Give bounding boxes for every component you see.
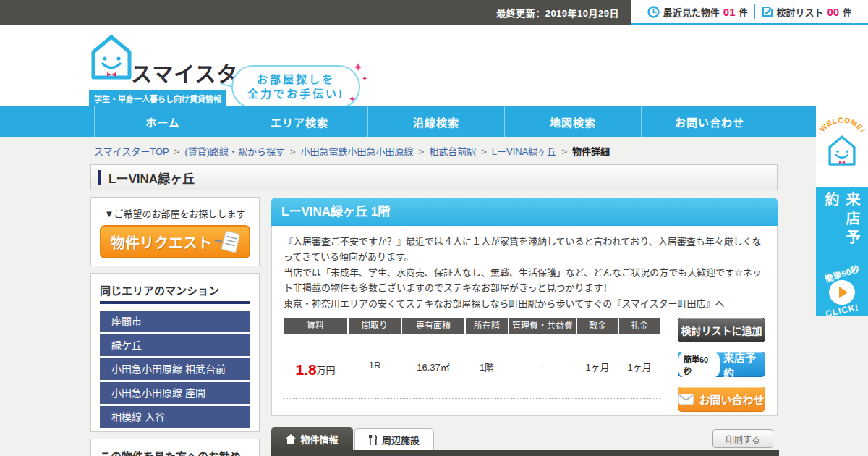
spec-value-fees: - bbox=[509, 360, 576, 377]
checklist-icon bbox=[762, 6, 773, 17]
nav-item-area-search[interactable]: エリア検索 bbox=[231, 106, 367, 137]
fork-knife-icon bbox=[369, 435, 378, 445]
banner-click-circle bbox=[829, 280, 855, 305]
sidebar-item-zama[interactable]: 小田急小田原線 座間 bbox=[100, 382, 250, 404]
property-request-button[interactable]: 物件リクエスト bbox=[100, 225, 250, 258]
description-paragraph: 当店では「未成年、学生、水商売、保証人なし、無職、生活保護」など、どんなご状況の… bbox=[284, 265, 765, 296]
nav-menu: ホーム エリア検索 沿線検索 地図検索 お問い合わせ bbox=[94, 106, 778, 137]
breadcrumb-current: 物件詳細 bbox=[572, 146, 610, 157]
title-accent-bar bbox=[98, 170, 101, 185]
spec-value-area: 16.37㎡ bbox=[402, 360, 464, 377]
breadcrumb-link-top[interactable]: スマイスターTOP bbox=[94, 146, 169, 157]
breadcrumb-separator: > bbox=[290, 146, 296, 157]
dotted-divider bbox=[284, 398, 660, 399]
recently-viewed-counter[interactable]: 最近見た物件 01 件 bbox=[647, 5, 748, 19]
property-detail-panel: LーVINA緑ヶ丘 1階 『入居審査ご不安ですか？』最近では４人に１人が家賃を滞… bbox=[271, 198, 778, 416]
store-visit-reserve-button[interactable]: 簡単60秒 来店予約 bbox=[678, 352, 765, 377]
description-paragraph: 東京・神奈川エリアの安くてステキなお部屋探しなら町田駅から歩いてすぐの『スマイス… bbox=[284, 296, 765, 311]
sidebar-item-sobudaimae[interactable]: 小田急小田原線 相武台前 bbox=[100, 358, 250, 380]
request-button-label: 物件リクエスト bbox=[111, 232, 212, 253]
recommend-title: この物件を見た方へのお勧め物件 bbox=[100, 447, 250, 456]
consider-list-label: 検討リスト bbox=[777, 5, 824, 19]
spec-header-keymoney: 礼金 bbox=[619, 318, 660, 334]
breadcrumb-link-building[interactable]: LーVINA緑ヶ丘 bbox=[492, 146, 557, 157]
breadcrumb-separator: > bbox=[561, 146, 567, 157]
envelope-icon bbox=[678, 394, 694, 405]
nav-item-map-search[interactable]: 地図検索 bbox=[504, 106, 641, 137]
divider bbox=[754, 4, 755, 19]
play-icon bbox=[839, 287, 848, 298]
spec-header-layout: 間取り bbox=[349, 318, 401, 334]
spec-value-row: 1.8万円 1R 16.37㎡ 1階 - 1ヶ月 1ヶ月 bbox=[284, 360, 660, 377]
spec-header-area: 専有面積 bbox=[402, 318, 464, 334]
tab-property-info[interactable]: 物件情報 bbox=[271, 427, 353, 450]
detail-tab-bar: 物件情報 周辺施設 印刷する bbox=[271, 427, 779, 456]
house-smiley-icon bbox=[827, 134, 857, 167]
house-icon bbox=[286, 434, 296, 444]
request-caption: ▼ご希望のお部屋をお探しします bbox=[100, 206, 250, 220]
spec-header-deposit: 敷金 bbox=[577, 318, 618, 334]
spec-value-rent: 1.8万円 bbox=[284, 360, 347, 377]
contact-label: お問い合わせ bbox=[699, 392, 764, 407]
consider-list-unit: 件 bbox=[843, 6, 851, 18]
add-to-consider-list-button[interactable]: 検討リストに追加 bbox=[678, 318, 765, 342]
description-paragraph: 『入居審査ご不安ですか？』最近では４人に１人が家賃を滞納していると言われており、… bbox=[284, 234, 765, 265]
recommend-box: この物件を見た方へのお勧め物件 bbox=[90, 439, 260, 456]
heading-underline bbox=[100, 301, 250, 303]
banner-welcome-section: WELCOME! bbox=[816, 106, 868, 187]
rent-amount: 1.8 bbox=[295, 361, 316, 378]
print-button[interactable]: 印刷する bbox=[712, 429, 773, 448]
svg-text:WELCOME!: WELCOME! bbox=[818, 115, 866, 134]
sidebar-item-zama-city[interactable]: 座間市 bbox=[100, 311, 250, 332]
breadcrumb-link-line[interactable]: 小田急電鉄小田急小田原線 bbox=[301, 146, 414, 157]
tab-surroundings-label: 周辺施設 bbox=[382, 433, 420, 447]
spec-header-rent: 賃料 bbox=[284, 318, 347, 334]
page-title: LーVINA緑ヶ丘 bbox=[109, 169, 195, 187]
tab-surroundings[interactable]: 周辺施設 bbox=[354, 428, 434, 450]
nav-item-line-search[interactable]: 沿線検索 bbox=[367, 106, 504, 137]
store-visit-banner[interactable]: WELCOME! 来店予約 簡単60秒 CLICK! bbox=[816, 106, 868, 316]
clock-icon bbox=[647, 6, 660, 18]
bubble-line2: 全力でお手伝い! bbox=[247, 87, 344, 101]
welcome-label: WELCOME! bbox=[818, 115, 866, 134]
sidebar: ▼ご希望のお部屋をお探しします 物件リクエスト 同じエリアのマンション 座間 bbox=[90, 197, 260, 456]
site-header: スマイスター 学生・単身一人暮らし向け賃貸情報 お部屋探しを 全力でお手伝い! … bbox=[0, 25, 868, 106]
spec-section: 賃料 間取り 専有面積 所在階 管理費・共益費 敷金 礼金 1.8万円 1R 1… bbox=[284, 318, 765, 412]
top-bar: 最終更新：2019年10月29日 最近見た物件 01 件 検討リスト 00 件 bbox=[0, 0, 868, 25]
tab-content-strip bbox=[271, 450, 779, 456]
consider-list-count: 00 bbox=[827, 6, 840, 18]
breadcrumb-link-station[interactable]: 相武台前駅 bbox=[429, 146, 476, 157]
sidebar-item-midorigaoka[interactable]: 緑ケ丘 bbox=[100, 334, 250, 356]
sidebar-item-iriya[interactable]: 相模線 入谷 bbox=[100, 406, 250, 428]
sparkle-icon: ✦ bbox=[349, 94, 356, 104]
nav-item-contact[interactable]: お問い合わせ bbox=[641, 106, 778, 137]
heading-underline bbox=[100, 303, 250, 304]
consider-list-counter[interactable]: 検討リスト 00 件 bbox=[762, 5, 852, 19]
spec-header-floor: 所在階 bbox=[466, 318, 508, 334]
breadcrumb: スマイスターTOP>(賃貸)路線・駅から探す>小田急電鉄小田急小田原線>相武台前… bbox=[94, 144, 610, 158]
contact-button[interactable]: お問い合わせ bbox=[678, 387, 765, 412]
banner-reserve-section: 来店予約 簡単60秒 CLICK! bbox=[816, 187, 868, 316]
breadcrumb-separator: > bbox=[481, 146, 487, 157]
spec-value-keymoney: 1ヶ月 bbox=[619, 360, 660, 377]
property-description: 『入居審査ご不安ですか？』最近では４人に１人が家賃を滞納していると言われており、… bbox=[284, 234, 765, 311]
spec-value-layout: 1R bbox=[349, 360, 401, 377]
breadcrumb-separator: > bbox=[174, 146, 180, 157]
property-body: 『入居審査ご不安ですか？』最近では４人に１人が家賃を滞納していると言われており、… bbox=[271, 226, 778, 416]
breadcrumb-link-route[interactable]: (賃貸)路線・駅から探す bbox=[184, 146, 285, 157]
spec-value-deposit: 1ヶ月 bbox=[577, 360, 618, 377]
welcome-arc-text: WELCOME! bbox=[818, 109, 866, 134]
action-buttons: 検討リストに追加 簡単60秒 来店予約 お問い合わせ bbox=[678, 318, 765, 412]
logo-tagline-badge: 学生・単身一人暮らし向け賃貸情報 bbox=[89, 90, 226, 106]
tab-property-info-label: 物件情報 bbox=[300, 432, 338, 446]
nav-item-home[interactable]: ホーム bbox=[94, 106, 231, 137]
spec-value-floor: 1階 bbox=[466, 360, 508, 377]
house-smiley-icon bbox=[89, 33, 134, 82]
recently-viewed-label: 最近見た物件 bbox=[663, 5, 720, 19]
same-area-box: 同じエリアのマンション 座間市 緑ケ丘 小田急小田原線 相武台前 小田急小田原線… bbox=[90, 273, 260, 432]
speech-bubble: お部屋探しを 全力でお手伝い! bbox=[231, 65, 360, 109]
visit-info-box: 最近見た物件 01 件 検討リスト 00 件 bbox=[631, 0, 868, 25]
page-title-bar: LーVINA緑ヶ丘 bbox=[90, 164, 778, 190]
request-box: ▼ご希望のお部屋をお探しします 物件リクエスト bbox=[90, 197, 260, 266]
spec-header-row: 賃料 間取り 専有面積 所在階 管理費・共益費 敷金 礼金 bbox=[284, 318, 660, 334]
